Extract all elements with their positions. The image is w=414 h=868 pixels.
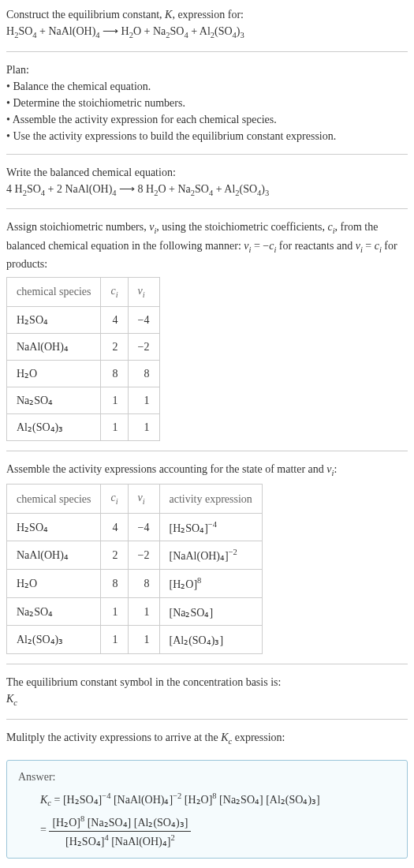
eq-al: + Al	[188, 25, 211, 37]
intro-k: K	[165, 9, 172, 21]
kc: K	[6, 693, 13, 705]
eq-paren-sub: 3	[241, 31, 244, 39]
table-row: NaAl(OH)₄2−2	[7, 333, 160, 360]
balanced-title: Write the balanced chemical equation:	[6, 164, 408, 181]
table-row: Al₂(SO₄)₃11	[7, 413, 160, 440]
td-nu: 1	[128, 413, 159, 440]
kc-sub: c	[13, 698, 17, 707]
ans-t3e: 8	[212, 791, 216, 800]
th-nu-s: i	[143, 290, 145, 299]
divider	[6, 719, 408, 720]
th-nu: νi	[128, 485, 159, 514]
td-c: 4	[101, 513, 128, 541]
eq-so: SO	[18, 25, 32, 37]
stoich-section: Assign stoichiometric numbers, νi, using…	[0, 212, 414, 447]
plan-bullet-4: • Use the activity expressions to build …	[6, 128, 408, 144]
answer-label: Answer:	[18, 769, 396, 785]
table-row: H₂SO₄4−4[H₂SO₄]−4	[7, 513, 263, 541]
b-so3: (SO	[240, 183, 258, 195]
stoich-text: Assign stoichiometric numbers, νi, using…	[6, 219, 408, 272]
n2: [Na₂SO₄] [Al₂(SO₄)₃]	[84, 817, 188, 829]
eq-h2: H	[121, 25, 129, 37]
td-ae: [H₂O]8	[159, 570, 262, 598]
table-row: NaAl(OH)₄2−2[NaAl(OH)₄]−2	[7, 541, 263, 570]
intro-section: Construct the equilibrium constant, K, e…	[0, 0, 414, 48]
assemble-section: Assemble the activity expressions accoun…	[0, 455, 414, 660]
b-h2: 8 H	[138, 183, 155, 195]
arrow-icon: ⟶	[117, 183, 138, 195]
table-row: H₂SO₄4−4	[7, 306, 160, 333]
ae-base: [H₂SO₄]	[170, 522, 208, 533]
ae-exp: −2	[229, 548, 237, 556]
th-species: chemical species	[7, 485, 101, 514]
balanced-equation: 4 H2SO4 + 2 NaAl(OH)4 ⟶ 8 H2O + Na2SO4 +…	[6, 181, 408, 200]
a-t1: Assemble the activity expressions accoun…	[6, 463, 326, 475]
ae-base: [NaAl(OH)₄]	[170, 550, 229, 562]
b-so: SO	[27, 183, 41, 195]
th-ci: ci	[101, 485, 128, 514]
divider	[6, 664, 408, 664]
td-nu: −4	[128, 306, 159, 333]
activity-table: chemical species ci νi activity expressi…	[6, 484, 263, 654]
th-ci-s: i	[116, 290, 118, 299]
eq-h: H	[6, 25, 14, 37]
td-c: 2	[101, 541, 128, 570]
multiply-section: Mulitply the activity expressions to arr…	[0, 723, 414, 754]
td-nu: 8	[128, 360, 159, 387]
answer-fraction: [H₂O]8 [Na₂SO₄] [Al₂(SO₄)₃] [H₂SO₄]4 [Na…	[49, 813, 191, 849]
ans-t2: [NaAl(OH)₄]	[114, 794, 173, 806]
ans-t2e: −2	[173, 791, 181, 800]
balanced-section: Write the balanced chemical equation: 4 …	[0, 158, 414, 206]
th-nu: νi	[128, 278, 159, 307]
td-ae: [H₂SO₄]−4	[159, 513, 262, 541]
td-sp: NaAl(OH)₄	[7, 541, 101, 570]
table-row: Al₂(SO₄)₃11[Al₂(SO₄)₃]	[7, 626, 263, 654]
plan-bullet-1: • Balance the chemical equation.	[6, 78, 408, 95]
b-naal: + 2 NaAl(OH)	[45, 183, 112, 195]
td-sp: Al₂(SO₄)₃	[7, 413, 101, 440]
td-c: 4	[101, 306, 128, 333]
plan-title: Plan:	[6, 62, 408, 78]
s-t4: for reactants and	[276, 240, 355, 252]
assemble-text: Assemble the activity expressions accoun…	[6, 461, 408, 480]
d2e: 2	[170, 833, 174, 842]
th-species: chemical species	[7, 278, 101, 307]
ae-base: [H₂O]	[170, 578, 198, 590]
td-nu: −4	[128, 513, 159, 541]
td-nu: 1	[128, 626, 159, 654]
td-sp: H₂O	[7, 360, 101, 387]
td-ae: [NaAl(OH)₄]−2	[159, 541, 262, 570]
b-so2: SO	[195, 183, 209, 195]
td-sp: H₂SO₄	[7, 513, 101, 541]
b-al: + Al	[213, 183, 235, 195]
td-sp: H₂O	[7, 570, 101, 598]
ans-t1: [H₂SO₄]	[63, 794, 102, 806]
td-nu: 1	[128, 597, 159, 626]
ans-eq: =	[51, 794, 63, 806]
arrow-icon: ⟶	[100, 25, 121, 37]
divider	[6, 451, 408, 451]
n1: [H₂O]	[52, 817, 80, 829]
b-paren-sub: 3	[265, 188, 269, 196]
d2: [NaAl(OH)₄]	[109, 836, 171, 847]
answer-expression: Kc = [H₂SO₄]−4 [NaAl(OH)₄]−2 [H₂O]8 [Na₂…	[18, 790, 396, 810]
td-c: 1	[101, 413, 128, 440]
plan-bullet-3: • Assemble the activity expression for e…	[6, 111, 408, 128]
table-row: H₂O88[H₂O]8	[7, 570, 263, 598]
s-eq5: =	[363, 240, 375, 252]
s-t1: Assign stoichiometric numbers,	[6, 221, 149, 233]
stoich-table: chemical species ci νi H₂SO₄4−4 NaAl(OH)…	[6, 277, 160, 441]
table-header: chemical species ci νi activity expressi…	[7, 485, 263, 514]
ae-base: [Al₂(SO₄)₃]	[170, 634, 224, 646]
answer-box: Answer: Kc = [H₂SO₄]−4 [NaAl(OH)₄]−2 [H₂…	[6, 760, 408, 859]
td-c: 1	[101, 597, 128, 626]
ans-t1e: −4	[102, 791, 110, 800]
td-c: 1	[101, 387, 128, 413]
b-ona: O + Na	[158, 183, 190, 195]
intro-equation: H2SO4 + NaAl(OH)4 ⟶ H2O + Na2SO4 + Al2(S…	[6, 23, 408, 42]
s-eq2: = −	[251, 240, 269, 252]
ans-t4: [Na₂SO₄] [Al₂(SO₄)₃]	[219, 794, 320, 806]
fraction-numerator: [H₂O]8 [Na₂SO₄] [Al₂(SO₄)₃]	[49, 813, 191, 832]
b-h: 4 H	[6, 183, 23, 195]
td-c: 1	[101, 626, 128, 654]
